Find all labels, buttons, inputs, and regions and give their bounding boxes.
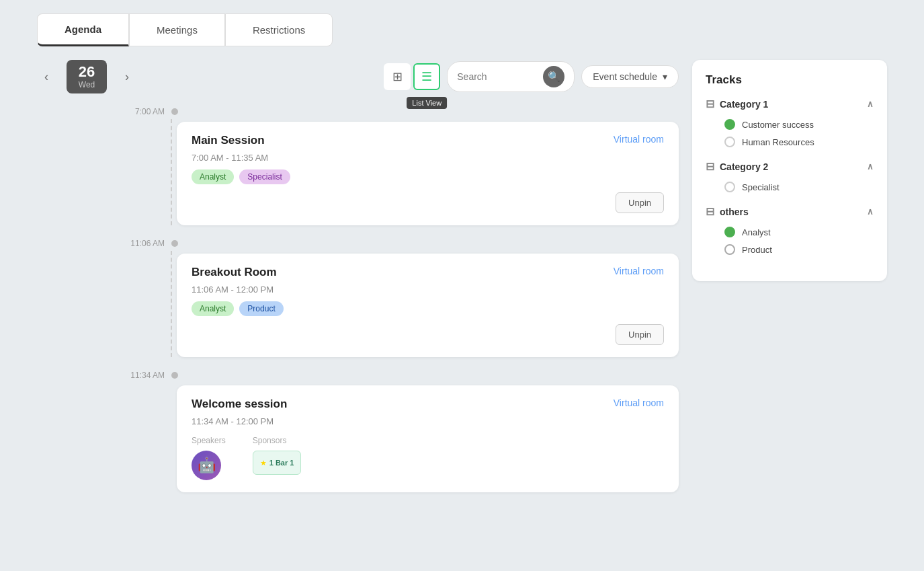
grid-icon: ⊞ [392, 69, 403, 84]
search-input[interactable] [457, 71, 538, 82]
tab-restrictions[interactable]: Restrictions [225, 13, 333, 46]
time-text-2: 11:34 AM [104, 371, 165, 380]
time-dot-2 [171, 372, 178, 379]
category-header-0[interactable]: ⊟ Category 1 ∧ [706, 98, 874, 110]
speakers-label: Speakers [192, 436, 226, 445]
tracks-card: Tracks ⊟ Category 1 ∧ Customer success H… [692, 60, 887, 281]
time-label-0: 7:00 AM [104, 107, 679, 116]
day-number: 26 [76, 64, 97, 80]
category-label-1: Category 2 [720, 161, 768, 172]
timeline: 7:00 AM Main Session Virtual room 7:00 A… [37, 107, 679, 492]
track-item-label-1-0: Specialist [742, 182, 780, 192]
toolbar-right: ⊞ ☰ List View 🔍 Event [384, 61, 679, 92]
next-arrow[interactable]: › [118, 67, 136, 86]
session-title-0: Main Session [192, 134, 265, 147]
tag-analyst-1[interactable]: Analyst [192, 301, 234, 316]
time-dot-1 [171, 240, 178, 247]
sponsor-text: 1 Bar 1 [269, 459, 294, 467]
session-card-1: Breakout Room Virtual room 11:06 AM - 12… [177, 254, 679, 357]
top-tabs-container: Agenda Meetings Restrictions [0, 0, 924, 46]
virtual-room-link-1[interactable]: Virtual room [614, 266, 664, 276]
category-icon-1: ⊟ [706, 160, 714, 173]
track-radio-0-1 [724, 137, 735, 147]
category-icon-0: ⊟ [706, 98, 714, 110]
session-title-2: Welcome session [192, 397, 287, 411]
search-icon: 🔍 [548, 71, 560, 83]
day-weekday: Wed [76, 80, 97, 89]
track-radio-2-1 [724, 244, 735, 255]
left-panel: ‹ 26 Wed › ⊞ ☰ List View [37, 60, 679, 506]
chevron-up-0: ∧ [867, 99, 874, 109]
session-time-1: 11:06 AM - 12:00 PM [192, 284, 664, 295]
sponsor-star-icon: ★ [260, 459, 267, 467]
category-header-2[interactable]: ⊟ others ∧ [706, 205, 874, 218]
ts-content-2: Welcome session Virtual room 11:34 AM - … [177, 385, 679, 492]
session-time-0: 7:00 AM - 11:35 AM [192, 153, 664, 163]
tracks-title: Tracks [706, 73, 874, 87]
track-item-label-2-0: Analyst [742, 227, 771, 237]
category-label-2: others [720, 206, 749, 217]
list-icon: ☰ [421, 69, 432, 84]
tab-meetings[interactable]: Meetings [129, 13, 225, 46]
chevron-down-icon: ▾ [663, 71, 667, 82]
time-section-1: 11:06 AM Breakout Room Virtual room 11:0… [104, 239, 679, 357]
search-button[interactable]: 🔍 [543, 66, 564, 87]
unpin-btn-1[interactable]: Unpin [616, 324, 664, 345]
track-item-1-0[interactable]: Specialist [706, 178, 874, 196]
virtual-room-link-2[interactable]: Virtual room [614, 397, 664, 408]
unpin-btn-0[interactable]: Unpin [616, 192, 664, 213]
session-time-2: 11:34 AM - 12:00 PM [192, 416, 664, 426]
session-tags-0: Analyst Specialist [192, 169, 664, 184]
category-icon-2: ⊟ [706, 205, 714, 218]
virtual-room-link-0[interactable]: Virtual room [614, 134, 664, 145]
speaker-avatar: 🤖 [192, 451, 221, 480]
time-section-0: 7:00 AM Main Session Virtual room 7:00 A… [104, 107, 679, 225]
view-icons: ⊞ ☰ List View [384, 63, 440, 90]
time-label-2: 11:34 AM [104, 371, 679, 380]
chevron-up-1: ∧ [867, 161, 874, 172]
tab-agenda[interactable]: Agenda [37, 13, 129, 46]
track-item-0-0[interactable]: Customer success [706, 116, 874, 133]
session-header-2: Welcome session Virtual room [192, 397, 664, 411]
grid-view-btn[interactable]: ⊞ [384, 63, 411, 90]
list-view-tooltip-container: ☰ List View [413, 63, 440, 90]
tag-product-1[interactable]: Product [239, 301, 283, 316]
time-line-0 [171, 119, 172, 225]
time-label-1: 11:06 AM [104, 239, 679, 248]
session-card-2: Welcome session Virtual room 11:34 AM - … [177, 385, 679, 492]
chevron-up-2: ∧ [867, 206, 874, 217]
track-item-2-1[interactable]: Product [706, 241, 874, 258]
ts-content-0: Main Session Virtual room 7:00 AM - 11:3… [177, 122, 679, 225]
sponsor-badge: ★ 1 Bar 1 [253, 451, 302, 475]
session-extras-2: Speakers 🤖 Sponsors ★ 1 Bar 1 [192, 436, 664, 480]
track-category-1: ⊟ Category 2 ∧ Specialist [706, 160, 874, 196]
date-badge: 26 Wed [67, 60, 107, 93]
session-card-0: Main Session Virtual room 7:00 AM - 11:3… [177, 122, 679, 225]
sponsors-section: Sponsors ★ 1 Bar 1 [253, 436, 302, 480]
track-category-0: ⊟ Category 1 ∧ Customer success Human Re… [706, 98, 874, 151]
track-radio-1-0 [724, 182, 735, 192]
time-text-1: 11:06 AM [104, 239, 165, 248]
track-radio-0-0 [724, 119, 735, 130]
session-header-0: Main Session Virtual room [192, 134, 664, 147]
time-text-0: 7:00 AM [104, 107, 165, 116]
track-item-0-1[interactable]: Human Resources [706, 133, 874, 151]
tag-specialist-0[interactable]: Specialist [239, 169, 290, 184]
event-schedule-btn[interactable]: Event schedule ▾ [581, 65, 679, 88]
category-label-0: Category 1 [720, 99, 768, 110]
session-header-1: Breakout Room Virtual room [192, 266, 664, 279]
track-radio-2-0 [724, 227, 735, 237]
list-view-btn[interactable]: ☰ [413, 63, 440, 90]
ts-content-1: Breakout Room Virtual room 11:06 AM - 12… [177, 254, 679, 357]
prev-arrow[interactable]: ‹ [37, 67, 56, 86]
session-tags-1: Analyst Product [192, 301, 664, 316]
time-line-1 [171, 251, 172, 357]
session-title-1: Breakout Room [192, 266, 277, 279]
track-item-label-0-1: Human Resources [742, 137, 814, 147]
track-item-2-0[interactable]: Analyst [706, 223, 874, 241]
speakers-section: Speakers 🤖 [192, 436, 226, 480]
tag-analyst-0[interactable]: Analyst [192, 169, 234, 184]
sponsors-label: Sponsors [253, 436, 302, 445]
category-header-1[interactable]: ⊟ Category 2 ∧ [706, 160, 874, 173]
track-category-2: ⊟ others ∧ Analyst Product [706, 205, 874, 258]
